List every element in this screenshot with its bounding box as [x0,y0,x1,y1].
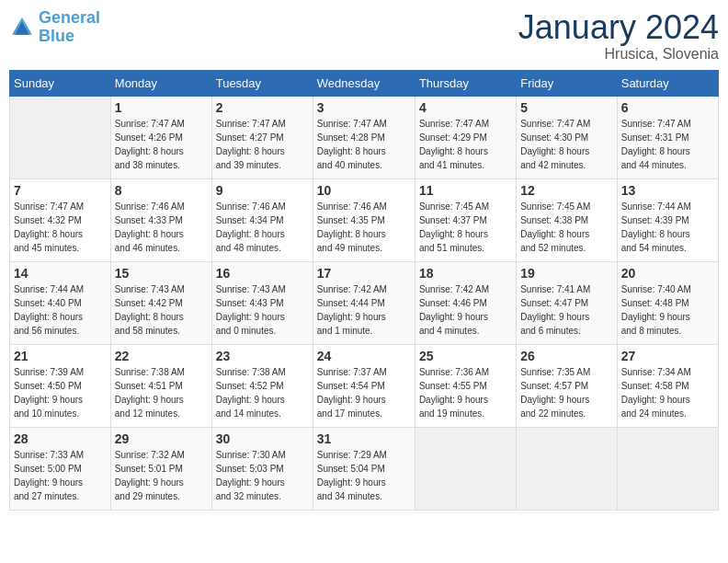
day-number: 24 [317,349,411,363]
day-cell: 24 Sunrise: 7:37 AMSunset: 4:54 PMDaylig… [313,344,415,427]
day-cell: 22 Sunrise: 7:38 AMSunset: 4:51 PMDaylig… [110,344,211,427]
day-number: 9 [216,183,309,198]
day-cell: 26 Sunrise: 7:35 AMSunset: 4:57 PMDaylig… [517,344,618,427]
day-number: 7 [14,183,107,198]
day-cell: 5 Sunrise: 7:47 AMSunset: 4:30 PMDayligh… [517,96,618,178]
day-cell: 28 Sunrise: 7:33 AMSunset: 5:00 PMDaylig… [10,427,111,510]
day-cell: 8 Sunrise: 7:46 AMSunset: 4:33 PMDayligh… [110,178,211,261]
day-info: Sunrise: 7:47 AMSunset: 4:29 PMDaylight:… [419,117,512,172]
day-number: 22 [115,349,208,363]
day-info: Sunrise: 7:46 AMSunset: 4:35 PMDaylight:… [317,200,411,255]
day-info: Sunrise: 7:46 AMSunset: 4:33 PMDaylight:… [115,200,208,255]
header-saturday: Saturday [617,70,718,96]
day-cell: 29 Sunrise: 7:32 AMSunset: 5:01 PMDaylig… [110,427,211,510]
day-cell: 17 Sunrise: 7:42 AMSunset: 4:44 PMDaylig… [313,261,415,344]
day-info: Sunrise: 7:30 AMSunset: 5:03 PMDaylight:… [216,448,309,503]
day-cell: 19 Sunrise: 7:41 AMSunset: 4:47 PMDaylig… [517,261,618,344]
day-info: Sunrise: 7:38 AMSunset: 4:52 PMDaylight:… [216,365,309,420]
day-cell: 1 Sunrise: 7:47 AMSunset: 4:26 PMDayligh… [110,96,211,178]
day-number: 11 [419,183,512,198]
day-cell: 10 Sunrise: 7:46 AMSunset: 4:35 PMDaylig… [313,178,415,261]
month-title: January 2024 [518,9,719,46]
day-info: Sunrise: 7:47 AMSunset: 4:27 PMDaylight:… [216,117,309,172]
day-number: 28 [14,431,107,446]
day-cell: 12 Sunrise: 7:45 AMSunset: 4:38 PMDaylig… [517,178,618,261]
day-number: 19 [520,266,613,281]
day-number: 21 [14,349,107,363]
day-info: Sunrise: 7:36 AMSunset: 4:55 PMDaylight:… [419,365,512,420]
day-cell: 4 Sunrise: 7:47 AMSunset: 4:29 PMDayligh… [415,96,516,178]
week-row-4: 28 Sunrise: 7:33 AMSunset: 5:00 PMDaylig… [10,427,719,510]
header-sunday: Sunday [10,70,111,96]
day-number: 14 [14,266,107,281]
day-number: 12 [520,183,613,198]
day-number: 10 [317,183,411,198]
day-number: 25 [419,349,512,363]
day-cell: 21 Sunrise: 7:39 AMSunset: 4:50 PMDaylig… [10,344,111,427]
header-friday: Friday [517,70,618,96]
day-cell: 30 Sunrise: 7:30 AMSunset: 5:03 PMDaylig… [211,427,313,510]
day-info: Sunrise: 7:29 AMSunset: 5:04 PMDaylight:… [317,448,411,503]
day-number: 18 [419,266,512,281]
day-cell: 20 Sunrise: 7:40 AMSunset: 4:48 PMDaylig… [617,261,718,344]
day-info: Sunrise: 7:44 AMSunset: 4:40 PMDaylight:… [14,282,107,338]
day-cell: 11 Sunrise: 7:45 AMSunset: 4:37 PMDaylig… [415,178,516,261]
week-row-0: 1 Sunrise: 7:47 AMSunset: 4:26 PMDayligh… [10,96,719,178]
day-cell: 13 Sunrise: 7:44 AMSunset: 4:39 PMDaylig… [617,178,718,261]
day-info: Sunrise: 7:45 AMSunset: 4:38 PMDaylight:… [520,200,613,255]
logo-blue: Blue [39,27,74,45]
day-number: 17 [317,266,411,281]
day-info: Sunrise: 7:43 AMSunset: 4:42 PMDaylight:… [115,282,208,338]
day-cell [517,427,618,510]
day-cell: 16 Sunrise: 7:43 AMSunset: 4:43 PMDaylig… [211,261,313,344]
day-number: 1 [115,100,208,115]
day-info: Sunrise: 7:43 AMSunset: 4:43 PMDaylight:… [216,282,309,338]
page-header: General Blue January 2024 Hrusica, Slove… [9,9,719,63]
day-number: 8 [115,183,208,198]
day-cell [415,427,516,510]
day-info: Sunrise: 7:38 AMSunset: 4:51 PMDaylight:… [115,365,208,420]
day-cell: 14 Sunrise: 7:44 AMSunset: 4:40 PMDaylig… [10,261,111,344]
day-cell: 2 Sunrise: 7:47 AMSunset: 4:27 PMDayligh… [211,96,313,178]
header-row: SundayMondayTuesdayWednesdayThursdayFrid… [10,70,719,96]
day-cell: 25 Sunrise: 7:36 AMSunset: 4:55 PMDaylig… [415,344,516,427]
day-cell: 27 Sunrise: 7:34 AMSunset: 4:58 PMDaylig… [617,344,718,427]
day-cell: 15 Sunrise: 7:43 AMSunset: 4:42 PMDaylig… [110,261,211,344]
day-info: Sunrise: 7:39 AMSunset: 4:50 PMDaylight:… [14,365,107,420]
logo-general: General [39,8,100,27]
logo-icon [9,15,35,40]
day-number: 6 [621,100,714,115]
day-info: Sunrise: 7:47 AMSunset: 4:28 PMDaylight:… [317,117,411,172]
day-info: Sunrise: 7:40 AMSunset: 4:48 PMDaylight:… [621,282,714,338]
day-cell [10,96,111,178]
day-info: Sunrise: 7:47 AMSunset: 4:32 PMDaylight:… [14,200,107,255]
day-number: 23 [216,349,309,363]
day-info: Sunrise: 7:47 AMSunset: 4:31 PMDaylight:… [621,117,714,172]
header-wednesday: Wednesday [313,70,415,96]
day-cell: 3 Sunrise: 7:47 AMSunset: 4:28 PMDayligh… [313,96,415,178]
week-row-2: 14 Sunrise: 7:44 AMSunset: 4:40 PMDaylig… [10,261,719,344]
day-number: 26 [520,349,613,363]
day-number: 27 [621,349,714,363]
day-number: 15 [115,266,208,281]
week-row-1: 7 Sunrise: 7:47 AMSunset: 4:32 PMDayligh… [10,178,719,261]
day-info: Sunrise: 7:45 AMSunset: 4:37 PMDaylight:… [419,200,512,255]
title-block: January 2024 Hrusica, Slovenia [518,9,719,63]
day-info: Sunrise: 7:42 AMSunset: 4:44 PMDaylight:… [317,282,411,338]
calendar-table: SundayMondayTuesdayWednesdayThursdayFrid… [9,70,719,511]
day-info: Sunrise: 7:34 AMSunset: 4:58 PMDaylight:… [621,365,714,420]
logo: General Blue [9,9,100,46]
day-cell: 23 Sunrise: 7:38 AMSunset: 4:52 PMDaylig… [211,344,313,427]
week-row-3: 21 Sunrise: 7:39 AMSunset: 4:50 PMDaylig… [10,344,719,427]
day-info: Sunrise: 7:32 AMSunset: 5:01 PMDaylight:… [115,448,208,503]
day-info: Sunrise: 7:37 AMSunset: 4:54 PMDaylight:… [317,365,411,420]
logo-text: General Blue [39,9,100,46]
day-info: Sunrise: 7:33 AMSunset: 5:00 PMDaylight:… [14,448,107,503]
day-info: Sunrise: 7:47 AMSunset: 4:26 PMDaylight:… [115,117,208,172]
day-info: Sunrise: 7:47 AMSunset: 4:30 PMDaylight:… [520,117,613,172]
day-cell [617,427,718,510]
day-number: 31 [317,431,411,446]
location: Hrusica, Slovenia [518,46,719,63]
day-number: 2 [216,100,309,115]
header-thursday: Thursday [415,70,516,96]
